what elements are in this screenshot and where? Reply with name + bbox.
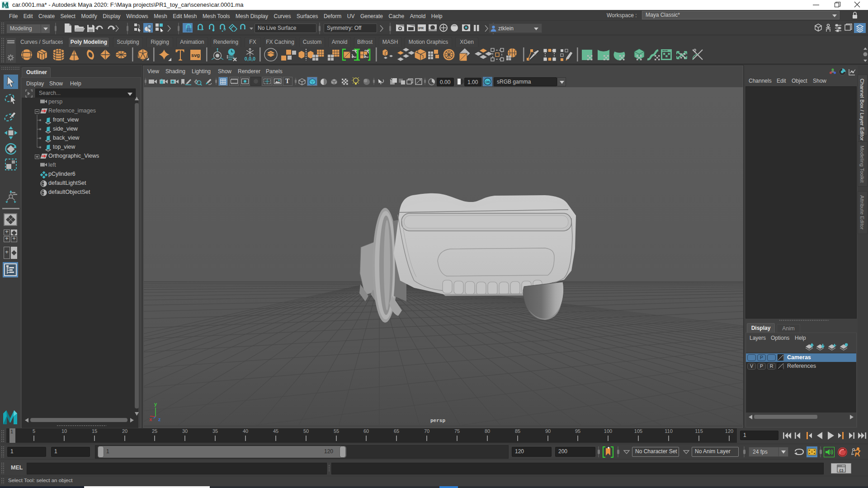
- svg-text:0,0,0: 0,0,0: [245, 56, 255, 61]
- svg-text:z: z: [158, 417, 161, 422]
- svg-text:ON: ON: [486, 80, 490, 84]
- svg-text:IPR: IPR: [419, 27, 424, 30]
- svg-text:svg: svg: [191, 52, 200, 58]
- svg-text:MAYA: MAYA: [5, 6, 9, 8]
- svg-text:y: y: [154, 401, 157, 407]
- svg-text:x: x: [149, 417, 152, 422]
- svg-text:{;}: {;}: [840, 468, 844, 472]
